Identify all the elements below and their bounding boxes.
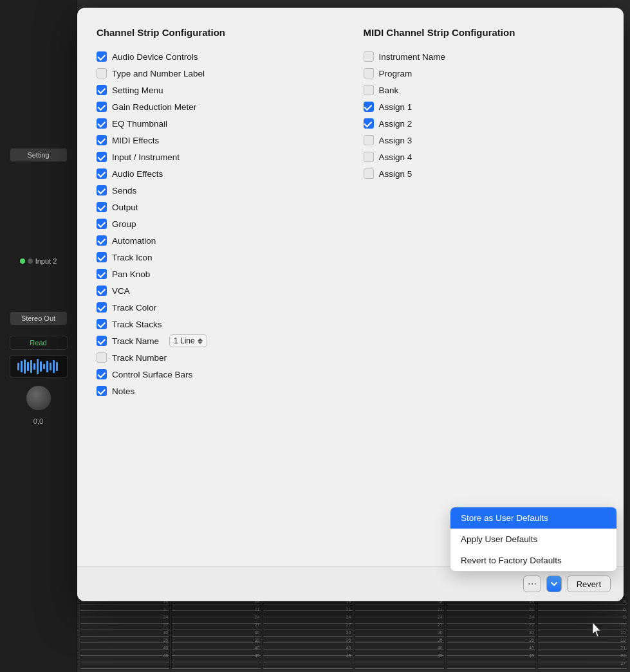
checkbox-bank[interactable] (364, 85, 374, 95)
label-program: Program (379, 69, 412, 78)
dropdown-item-apply-user-defaults[interactable]: Apply User Defaults (450, 529, 616, 550)
sidebar-strip: Setting Input 2 Stereo Out Read (0, 0, 77, 672)
track-name-select[interactable]: 1 Line (169, 334, 207, 347)
label-pan-knob: Pan Knob (112, 269, 150, 279)
stereo-out-label: Stereo Out (10, 311, 68, 325)
dot-gray-icon (28, 259, 33, 264)
checkbox-row-gain-reduction-meter: Gain Reduction Meter (97, 98, 338, 115)
label-notes: Notes (112, 386, 134, 396)
checkbox-assign-3[interactable] (364, 135, 374, 145)
dot-green-icon (20, 259, 25, 264)
svg-rect-6 (37, 359, 39, 374)
checkbox-vca[interactable] (97, 286, 107, 296)
checkbox-row-track-name: Track Name1 Line (97, 332, 338, 349)
checkbox-assign-1[interactable] (364, 102, 374, 112)
svg-rect-11 (53, 360, 55, 373)
revert-button[interactable]: Revert (567, 576, 611, 592)
checkbox-group[interactable] (97, 219, 107, 229)
svg-rect-4 (30, 360, 32, 373)
checkbox-row-type-and-number-label: Type and Number Label (97, 65, 338, 82)
svg-rect-5 (33, 363, 35, 370)
checkbox-setting-menu[interactable] (97, 85, 107, 95)
checkbox-row-vca: VCA (97, 282, 338, 299)
left-column-title: Channel Strip Configuration (97, 27, 338, 38)
checkbox-instrument-name[interactable] (364, 51, 374, 62)
checkbox-row-output: Output (97, 199, 338, 215)
ruler-6: 369121518212427303540 (537, 597, 627, 669)
checkbox-track-icon[interactable] (97, 252, 107, 262)
checkbox-row-track-stacks: Track Stacks (97, 316, 338, 332)
more-button[interactable]: ⋯ (523, 576, 541, 592)
checkbox-pan-knob[interactable] (97, 269, 107, 279)
knob[interactable] (26, 385, 51, 411)
checkbox-row-track-color: Track Color (97, 299, 338, 316)
checkbox-row-bank: Bank (364, 82, 605, 98)
checkbox-row-sends: Sends (97, 182, 338, 199)
svg-rect-3 (27, 362, 29, 371)
checkbox-audio-effects[interactable] (97, 168, 107, 179)
checkbox-row-audio-device-controls: Audio Device Controls (97, 48, 338, 65)
checkbox-type-and-number-label[interactable] (97, 68, 107, 78)
label-assign-2: Assign 2 (379, 119, 412, 129)
dropdown-item-store-user-defaults[interactable]: Store as User Defaults (450, 507, 616, 529)
svg-rect-9 (46, 361, 48, 372)
checkbox-row-instrument-name: Instrument Name (364, 48, 605, 65)
setting-button[interactable]: Setting (10, 148, 68, 162)
label-instrument-name: Instrument Name (379, 52, 446, 62)
label-assign-3: Assign 3 (379, 136, 412, 145)
label-audio-effects: Audio Effects (112, 169, 163, 179)
checkbox-eq-thumbnail[interactable] (97, 118, 107, 129)
track-name-select-value: 1 Line (174, 336, 195, 345)
checkbox-row-notes: Notes (97, 383, 338, 399)
label-gain-reduction-meter: Gain Reduction Meter (112, 102, 196, 112)
checkbox-row-program: Program (364, 65, 605, 82)
dropdown-item-revert-factory-defaults[interactable]: Revert to Factory Defaults (450, 550, 616, 571)
checkbox-row-assign-5: Assign 5 (364, 165, 605, 182)
checkbox-automation[interactable] (97, 235, 107, 246)
checkbox-row-setting-menu: Setting Menu (97, 82, 338, 98)
dialog: Channel Strip Configuration Audio Device… (77, 8, 624, 601)
label-input-instrument: Input / Instrument (112, 152, 180, 162)
dialog-body: Channel Strip Configuration Audio Device… (77, 8, 624, 566)
checkbox-assign-4[interactable] (364, 152, 374, 162)
checkbox-row-assign-1: Assign 1 (364, 98, 605, 115)
checkbox-track-name[interactable] (97, 336, 107, 346)
checkbox-program[interactable] (364, 68, 374, 78)
svg-rect-2 (24, 359, 26, 374)
dialog-footer: ⋯ Revert Store as User DefaultsApply Use… (77, 566, 624, 601)
input-label: Input 2 (20, 257, 57, 265)
checkbox-row-track-number: Track Number (97, 349, 338, 366)
checkbox-assign-2[interactable] (364, 118, 374, 129)
svg-rect-12 (56, 362, 58, 371)
checkbox-notes[interactable] (97, 386, 107, 396)
checkbox-track-number[interactable] (97, 352, 107, 363)
checkbox-track-stacks[interactable] (97, 319, 107, 329)
checkbox-assign-5[interactable] (364, 168, 374, 179)
ruler-4: 1821242730354045 (355, 597, 445, 669)
checkbox-sends[interactable] (97, 185, 107, 195)
checkbox-row-control-surface-bars: Control Surface Bars (97, 366, 338, 383)
checkbox-audio-device-controls[interactable] (97, 51, 107, 62)
label-bank: Bank (379, 86, 399, 95)
right-column-title: MIDI Channel Strip Configuration (364, 27, 605, 38)
label-sends: Sends (112, 186, 136, 195)
label-automation: Automation (112, 236, 156, 246)
ruler-1: 1821242730354045 (80, 597, 170, 669)
checkbox-midi-effects[interactable] (97, 135, 107, 145)
right-column: MIDI Channel Strip Configuration Instrum… (364, 27, 605, 553)
checkbox-row-assign-3: Assign 3 (364, 132, 605, 149)
checkbox-control-surface-bars[interactable] (97, 369, 107, 379)
dropdown-toggle-button[interactable] (546, 576, 562, 592)
label-assign-4: Assign 4 (379, 152, 412, 162)
dropdown-menu: Store as User DefaultsApply User Default… (450, 507, 617, 572)
label-track-name: Track Name (112, 336, 159, 346)
checkbox-gain-reduction-meter[interactable] (97, 102, 107, 112)
label-track-stacks: Track Stacks (112, 320, 162, 329)
checkbox-track-color[interactable] (97, 302, 107, 313)
checkbox-output[interactable] (97, 202, 107, 212)
chevron-down-icon (550, 580, 558, 588)
checkbox-row-assign-2: Assign 2 (364, 115, 605, 132)
checkbox-row-assign-4: Assign 4 (364, 149, 605, 165)
left-column: Channel Strip Configuration Audio Device… (97, 27, 338, 553)
checkbox-input-instrument[interactable] (97, 152, 107, 162)
